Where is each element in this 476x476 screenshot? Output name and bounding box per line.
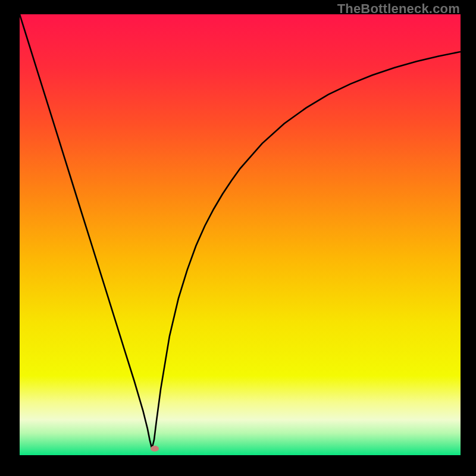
bottleneck-curve	[20, 14, 461, 455]
chart-frame: TheBottleneck.com	[0, 0, 476, 476]
optimal-point-marker	[151, 446, 159, 452]
plot-area	[20, 14, 461, 455]
